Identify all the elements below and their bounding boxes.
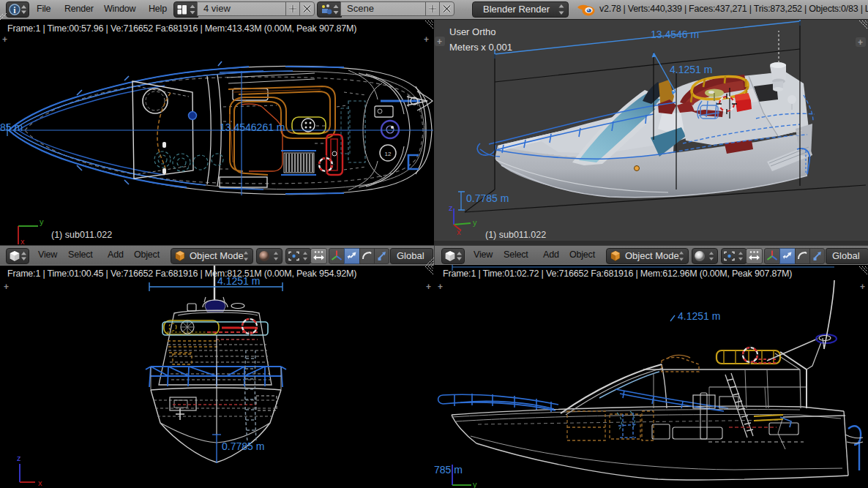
svg-text:+: + — [858, 37, 863, 48]
svg-text:13.4546261 m: 13.4546261 m — [220, 121, 285, 133]
svg-text:y: y — [473, 218, 477, 227]
svg-text:4.1251 m: 4.1251 m — [670, 64, 712, 75]
svg-text:x: x — [20, 237, 25, 245]
svg-text:+: + — [4, 282, 9, 292]
svg-text:0.7785 m: 0.7785 m — [222, 440, 264, 452]
svg-text:Frame:1 | Time:01:02.72 | Ve:7: Frame:1 | Time:01:02.72 | Ve:716652 Fa:6… — [443, 269, 792, 279]
svg-text:4.1251 m: 4.1251 m — [678, 310, 720, 322]
svg-text:785 m: 785 m — [434, 464, 463, 476]
svg-text:User Ortho: User Ortho — [449, 26, 496, 37]
svg-text:y: y — [473, 480, 477, 488]
svg-text:z: z — [449, 203, 453, 212]
svg-text:+: + — [426, 282, 431, 292]
svg-text:85 m: 85 m — [0, 121, 23, 133]
svg-text:0.7785 m: 0.7785 m — [466, 192, 509, 204]
svg-text:+: + — [438, 282, 443, 292]
svg-text:y: y — [40, 217, 44, 226]
svg-text:+: + — [2, 34, 7, 45]
svg-text:Frame:1 | Time:01:00.45 | Ve:7: Frame:1 | Time:01:00.45 | Ve:716652 Fa:6… — [7, 269, 356, 279]
svg-text:Frame:1 | Time:00:57.96 | Ve:7: Frame:1 | Time:00:57.96 | Ve:716652 Fa:6… — [7, 23, 356, 34]
svg-text:z: z — [17, 454, 21, 462]
svg-text:+: + — [424, 34, 429, 45]
svg-text:12: 12 — [385, 151, 392, 157]
svg-text:+: + — [860, 282, 865, 292]
svg-text:x: x — [38, 478, 42, 487]
svg-text:(1) sub011.022: (1) sub011.022 — [51, 230, 112, 240]
svg-text:13.4546 m: 13.4546 m — [651, 29, 699, 40]
svg-text:Meters x 0.001: Meters x 0.001 — [449, 42, 512, 53]
svg-text:x: x — [457, 228, 461, 236]
svg-text:+: + — [437, 37, 442, 47]
svg-text:(1) sub011.022: (1) sub011.022 — [485, 230, 546, 240]
